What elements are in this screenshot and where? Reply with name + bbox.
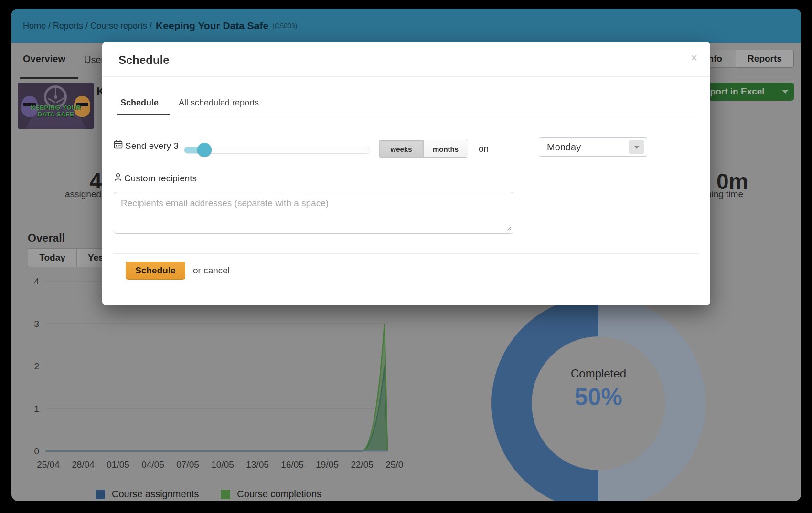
modal-tab-all-scheduled-reports[interactable]: All scheduled reports xyxy=(179,98,259,108)
modal-tab-active-underline xyxy=(117,114,170,115)
cancel-link[interactable]: or cancel xyxy=(193,262,230,280)
svg-text:16/05: 16/05 xyxy=(281,460,304,470)
svg-text:01/05: 01/05 xyxy=(107,460,129,470)
svg-text:1: 1 xyxy=(34,404,39,414)
export-dropdown-toggle[interactable] xyxy=(776,83,794,101)
donut-percentage: 50% xyxy=(575,383,622,411)
svg-text:2: 2 xyxy=(34,361,39,371)
thumbnail-title: KEEPING YOUR DATA SAFE xyxy=(18,105,94,118)
frequency-slider-knob[interactable] xyxy=(197,143,212,157)
range-today-button[interactable]: Today xyxy=(28,249,77,267)
svg-text:28/04: 28/04 xyxy=(72,460,95,470)
schedule-modal: Schedule ✕ Schedule All scheduled report… xyxy=(102,42,710,305)
overall-section-title: Overall xyxy=(28,232,65,245)
modal-header-divider xyxy=(102,76,710,77)
svg-text:3: 3 xyxy=(34,319,39,329)
chart-x-axis-labels: 25/0428/0401/0504/0507/0510/0513/0516/05… xyxy=(37,460,403,470)
breadcrumb: Home / Reports / Course reports / Keepin… xyxy=(23,9,297,43)
day-of-week-select[interactable]: Monday xyxy=(539,137,647,157)
modal-tabs-border xyxy=(113,115,699,115)
tab-overview[interactable]: Overview xyxy=(23,53,65,64)
svg-text:0: 0 xyxy=(34,446,39,456)
donut-center: Completed 50% xyxy=(532,336,665,470)
completed-donut-chart: Completed 50% xyxy=(491,296,705,501)
send-every-label: Send every 3 xyxy=(125,141,179,151)
person-icon xyxy=(114,173,122,182)
interval-unit-toggle: weeks months xyxy=(379,140,468,158)
app-window: Home / Reports / Course reports / Keepin… xyxy=(11,9,801,501)
send-every-value: 3 xyxy=(173,141,179,151)
frequency-slider[interactable] xyxy=(184,147,370,154)
chevron-down-icon xyxy=(634,146,640,149)
svg-text:4: 4 xyxy=(34,276,39,286)
months-toggle-button[interactable]: months xyxy=(424,140,468,157)
close-icon[interactable]: ✕ xyxy=(690,52,698,63)
svg-text:22/05: 22/05 xyxy=(351,460,374,470)
course-thumbnail: KEEPING YOUR DATA SAFE xyxy=(18,83,94,129)
donut-label: Completed xyxy=(571,367,626,380)
breadcrumb-current-course: Keeping Your Data Safe xyxy=(156,20,268,31)
calendar-icon xyxy=(114,140,123,149)
svg-text:13/05: 13/05 xyxy=(246,460,269,470)
legend-label-assignments: Course assignments xyxy=(112,489,199,500)
tab-reports[interactable]: Reports xyxy=(736,50,793,67)
svg-text:10/05: 10/05 xyxy=(211,460,234,470)
chart-legend: Course assignments Course completions xyxy=(96,489,337,500)
custom-recipients-label: Custom recipients xyxy=(124,173,197,184)
schedule-submit-button[interactable]: Schedule xyxy=(126,262,185,280)
weeks-toggle-button[interactable]: weeks xyxy=(379,140,424,157)
chart-y-axis-labels: 01234 xyxy=(34,276,39,456)
modal-title: Schedule xyxy=(118,53,170,67)
svg-text:07/05: 07/05 xyxy=(176,460,199,470)
vault-hub xyxy=(54,95,57,99)
day-select-caret-button[interactable] xyxy=(629,140,644,154)
svg-text:19/05: 19/05 xyxy=(316,460,339,470)
vault-spoke xyxy=(55,86,56,96)
breadcrumb-course-code: (CS003) xyxy=(272,22,297,30)
legend-label-completions: Course completions xyxy=(237,489,321,500)
legend-swatch-assignments xyxy=(96,490,105,499)
top-header-bar: Home / Reports / Course reports / Keepin… xyxy=(11,9,801,43)
svg-text:25/04: 25/04 xyxy=(37,460,60,470)
modal-tab-schedule[interactable]: Schedule xyxy=(120,98,159,108)
chevron-down-icon xyxy=(782,90,788,94)
day-select-value: Monday xyxy=(547,142,581,153)
svg-text:04/05: 04/05 xyxy=(141,460,164,470)
recipients-input[interactable] xyxy=(114,192,513,234)
svg-text:25/05: 25/05 xyxy=(385,460,403,470)
modal-bottom-divider xyxy=(113,253,699,254)
legend-swatch-completions xyxy=(221,490,230,499)
on-label: on xyxy=(479,144,489,154)
breadcrumb-path[interactable]: Home / Reports / Course reports / xyxy=(23,21,152,31)
